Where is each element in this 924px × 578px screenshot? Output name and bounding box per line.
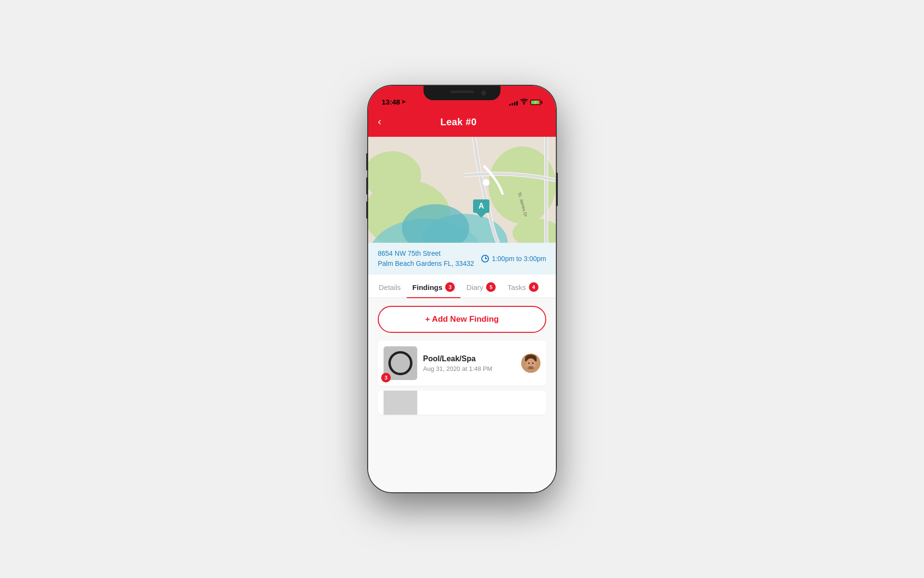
avatar: [521, 354, 540, 373]
battery-icon: ⚡: [530, 100, 542, 105]
tab-details[interactable]: Details: [373, 275, 407, 298]
signal-bar-2: [512, 103, 513, 105]
finding-count-badge: 3: [381, 373, 391, 382]
phone-device: 13:48 ➤: [368, 86, 556, 492]
tasks-badge: 4: [529, 282, 539, 292]
tabs-container: Details Findings 3 Diary 5 Tasks 4: [368, 275, 556, 298]
tab-diary-label: Diary: [466, 283, 483, 291]
status-time: 13:48 ➤: [382, 98, 406, 106]
address-line1: 8654 NW 75th Street: [378, 249, 474, 259]
tab-tasks-label: Tasks: [507, 283, 526, 291]
signal-bar-4: [516, 101, 518, 105]
content-area: + Add New Finding 3 Pool/Leak/Spa Aug 31…: [368, 298, 556, 492]
finding-thumbnail-partial: [384, 391, 417, 415]
time-slot: 1:00pm to 3:00pm: [481, 255, 546, 263]
status-icons: ⚡: [509, 99, 542, 106]
phone-screen: 13:48 ➤: [368, 86, 556, 492]
time-slot-text: 1:00pm to 3:00pm: [492, 255, 546, 263]
svg-point-19: [528, 363, 530, 364]
finding-item[interactable]: 3 Pool/Leak/Spa Aug 31, 2020 at 1:48 PM: [378, 341, 546, 386]
diary-badge: 5: [486, 282, 496, 292]
map-svg: Windward Dr St. James Dr A: [368, 137, 556, 243]
address-bar: 8654 NW 75th Street Palm Beach Gardens F…: [368, 243, 556, 275]
location-arrow-icon: ➤: [401, 99, 406, 105]
tab-details-label: Details: [379, 283, 401, 291]
add-finding-button[interactable]: + Add New Finding: [378, 306, 546, 333]
clock-icon: [481, 255, 489, 263]
page-title: Leak #0: [385, 117, 532, 128]
screen-content: 13:48 ➤: [368, 86, 556, 492]
thumbnail-ring: [388, 351, 412, 375]
svg-point-21: [527, 367, 534, 369]
findings-badge: 3: [445, 282, 455, 292]
address-text: 8654 NW 75th Street Palm Beach Gardens F…: [378, 249, 474, 269]
notch: [424, 86, 500, 100]
address-line2: Palm Beach Gardens FL, 33432: [378, 259, 474, 269]
finding-info: Pool/Leak/Spa Aug 31, 2020 at 1:48 PM: [423, 355, 515, 372]
signal-icon: [509, 100, 518, 105]
phone-body: 13:48 ➤: [368, 86, 556, 492]
tab-diary[interactable]: Diary 5: [461, 275, 501, 298]
camera: [481, 91, 486, 95]
signal-bar-1: [509, 104, 511, 105]
finding-date: Aug 31, 2020 at 1:48 PM: [423, 365, 515, 372]
svg-point-11: [482, 179, 490, 186]
map-view[interactable]: Windward Dr St. James Dr A: [368, 137, 556, 243]
speaker: [450, 91, 474, 93]
back-button[interactable]: ‹: [378, 115, 385, 129]
time-display: 13:48: [382, 98, 400, 106]
tab-tasks[interactable]: Tasks 4: [501, 275, 544, 298]
svg-text:A: A: [478, 202, 484, 210]
tab-findings[interactable]: Findings 3: [407, 275, 461, 298]
finding-thumbnail-wrap: 3: [384, 346, 417, 380]
app-header: ‹ Leak #0: [368, 110, 556, 137]
svg-point-20: [532, 363, 534, 364]
signal-bar-3: [514, 102, 515, 105]
finding-item-partial[interactable]: [378, 391, 546, 415]
finding-title: Pool/Leak/Spa: [423, 355, 515, 363]
svg-point-0: [524, 103, 525, 105]
tab-findings-label: Findings: [412, 283, 443, 291]
wifi-icon: [520, 99, 528, 106]
